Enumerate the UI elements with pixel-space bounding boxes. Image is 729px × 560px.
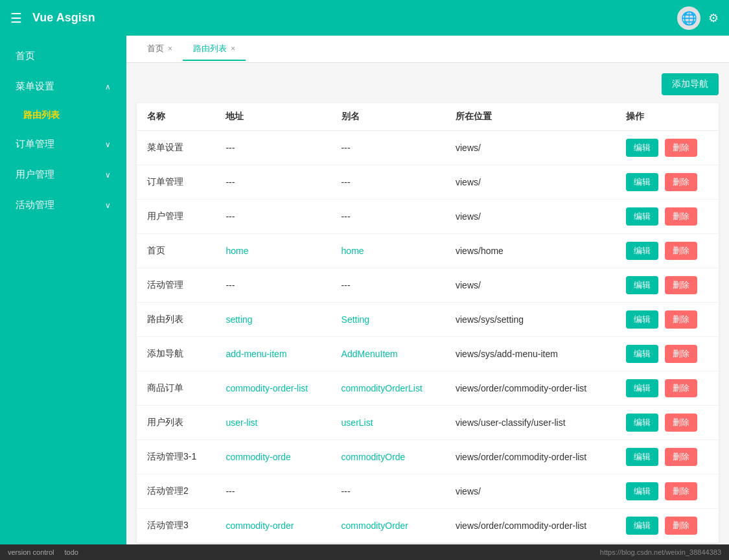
cell-name: 活动管理3-1 [137,440,215,474]
tab-home-label: 首页 [147,43,164,54]
edit-button[interactable]: 编辑 [626,139,658,157]
add-nav-button[interactable]: 添加导航 [662,73,719,95]
edit-button[interactable]: 编辑 [626,242,658,260]
delete-button[interactable]: 删除 [665,310,697,329]
col-address: 地址 [215,103,330,131]
cell-address: --- [215,200,330,234]
page-content: 添加导航 名称 地址 别名 所在位置 操作 菜 [126,63,729,544]
cell-address: --- [215,474,330,509]
cell-alias: Setting [331,303,445,337]
edit-button[interactable]: 编辑 [626,482,658,500]
col-name: 名称 [137,103,215,131]
cell-name: 活动管理2 [137,474,215,509]
edit-button[interactable]: 编辑 [626,276,658,294]
sidebar-item-user-management[interactable]: 用户管理 ∨ [0,159,126,190]
table-row: 活动管理2 --- --- views/ 编辑 删除 [137,474,719,509]
cell-alias: commodityOrderList [331,371,445,406]
delete-button[interactable]: 删除 [665,414,697,432]
chevron-down-icon: ∨ [105,170,111,180]
sidebar-item-label: 活动管理 [16,199,54,211]
sidebar-item-label: 菜单设置 [16,80,54,93]
cell-name: 用户管理 [137,200,215,234]
cell-location: views/ [445,474,616,509]
cell-location: views/order/commodity-order-list [445,371,616,406]
cell-location: views/sys/add-menu-item [445,337,616,371]
delete-button[interactable]: 删除 [665,345,697,363]
cell-actions: 编辑 删除 [616,165,719,200]
cell-actions: 编辑 删除 [616,234,719,268]
table-row: 路由列表 setting Setting views/sys/setting 编… [137,303,719,337]
cell-address: home [215,234,330,268]
cell-actions: 编辑 删除 [616,474,719,509]
edit-button[interactable]: 编辑 [626,345,658,363]
edit-button[interactable]: 编辑 [626,448,658,466]
app-title: Vue Asgisn [32,11,677,25]
avatar-icon: 🌐 [681,10,697,26]
sidebar-item-order-management[interactable]: 订单管理 ∨ [0,129,126,159]
edit-button[interactable]: 编辑 [626,310,658,329]
edit-button[interactable]: 编辑 [626,517,658,535]
cell-location: views/home [445,234,616,268]
cell-alias: --- [331,268,445,303]
table-row: 首页 home home views/home 编辑 删除 [137,234,719,268]
sidebar-subitem-route-list[interactable]: 路由列表 [0,102,126,129]
edit-button[interactable]: 编辑 [626,379,658,397]
cell-actions: 编辑 删除 [616,268,719,303]
sidebar: 首页 菜单设置 ∧ 路由列表 订单管理 ∨ 用户管理 ∨ 活动管理 ∨ [0,36,126,544]
delete-button[interactable]: 删除 [665,276,697,294]
tab-route-list-close-icon[interactable]: × [231,44,235,53]
delete-button[interactable]: 删除 [665,517,697,535]
todo-label: todo [65,548,78,556]
cell-name: 订单管理 [137,165,215,200]
col-alias: 别名 [331,103,445,131]
table-row: 添加导航 add-menu-item AddMenuItem views/sys… [137,337,719,371]
sidebar-subitem-label: 路由列表 [23,110,60,120]
header-right: 🌐 ⚙ [677,6,719,30]
cell-name: 活动管理3 [137,509,215,543]
cell-address: add-menu-item [215,337,330,371]
menu-toggle-icon[interactable]: ☰ [10,10,22,26]
delete-button[interactable]: 删除 [665,482,697,500]
cell-location: views/sys/setting [445,303,616,337]
table-row: 用户列表 user-list userList views/user-class… [137,406,719,440]
table-row: 活动管理3-1 commodity-orde commodityOrde vie… [137,440,719,474]
cell-location: views/order/commodity-order-list [445,509,616,543]
cell-address: --- [215,131,330,165]
delete-button[interactable]: 删除 [665,379,697,397]
avatar[interactable]: 🌐 [677,6,700,30]
edit-button[interactable]: 编辑 [626,414,658,432]
cell-alias: --- [331,165,445,200]
cell-actions: 编辑 删除 [616,337,719,371]
data-table: 名称 地址 别名 所在位置 操作 菜单设置 --- --- views/ 编辑 … [137,103,719,543]
cell-location: views/user-classify/user-list [445,406,616,440]
sidebar-item-menu-settings[interactable]: 菜单设置 ∧ [0,71,126,102]
tab-home-close-icon[interactable]: × [168,44,172,53]
cell-actions: 编辑 删除 [616,440,719,474]
delete-button[interactable]: 删除 [665,207,697,226]
settings-icon[interactable]: ⚙ [708,11,719,25]
delete-button[interactable]: 删除 [665,139,697,157]
cell-location: views/ [445,268,616,303]
delete-button[interactable]: 删除 [665,242,697,260]
cell-location: views/ [445,131,616,165]
edit-button[interactable]: 编辑 [626,207,658,226]
table-row: 菜单设置 --- --- views/ 编辑 删除 [137,131,719,165]
delete-button[interactable]: 删除 [665,448,697,466]
edit-button[interactable]: 编辑 [626,173,658,191]
sidebar-item-activity-management[interactable]: 活动管理 ∨ [0,190,126,220]
tab-home[interactable]: 首页 × [137,38,183,61]
cell-actions: 编辑 删除 [616,406,719,440]
cell-name: 首页 [137,234,215,268]
table-row: 用户管理 --- --- views/ 编辑 删除 [137,200,719,234]
cell-address: setting [215,303,330,337]
url-label: https://blog.csdn.net/weixin_38844383 [600,548,721,556]
toolbar: 添加导航 [137,73,719,95]
delete-button[interactable]: 删除 [665,173,697,191]
sidebar-item-home[interactable]: 首页 [0,41,126,71]
tab-route-list-label: 路由列表 [193,43,227,54]
tab-route-list[interactable]: 路由列表 × [183,38,246,61]
cell-name: 菜单设置 [137,131,215,165]
cell-location: views/ [445,165,616,200]
cell-alias: --- [331,474,445,509]
chevron-up-icon: ∧ [105,82,111,91]
